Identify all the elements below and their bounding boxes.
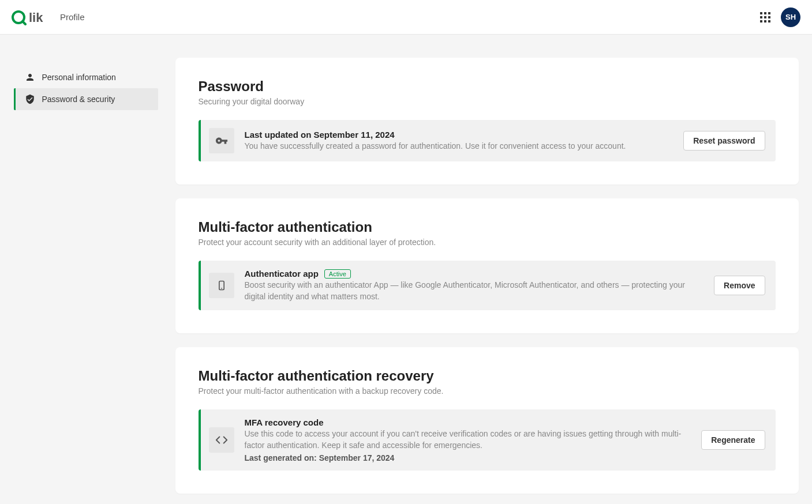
section-title: Password <box>199 78 776 95</box>
main-content: Password Securing your digital doorway L… <box>175 58 799 494</box>
regenerate-button[interactable]: Regenerate <box>701 430 765 450</box>
sidebar-item-personal-info[interactable]: Personal information <box>14 66 158 88</box>
row-text: Authenticator app Active Boost security … <box>245 269 704 302</box>
qlik-logo[interactable]: lik <box>12 9 52 25</box>
row-desc: Use this code to access your account if … <box>245 428 691 451</box>
page-body: Personal information Password & security… <box>2 35 810 504</box>
row-desc: You have successfully created a password… <box>245 141 673 152</box>
row-meta: Last generated on: September 17, 2024 <box>245 453 691 462</box>
page-title: Profile <box>60 12 85 22</box>
key-icon <box>209 128 234 153</box>
shield-icon <box>25 94 35 104</box>
topbar-left: lik Profile <box>12 9 85 25</box>
password-card: Password Securing your digital doorway L… <box>175 58 799 185</box>
section-title: Multi-factor authentication <box>199 219 776 235</box>
app-launcher-icon[interactable] <box>760 12 770 22</box>
code-icon <box>209 427 234 453</box>
section-subtitle: Protect your multi-factor authentication… <box>199 386 776 396</box>
password-info-row: Last updated on September 11, 2024 You h… <box>199 120 776 161</box>
mfa-card: Multi-factor authentication Protect your… <box>175 198 799 333</box>
topbar-right: SH <box>760 7 800 27</box>
status-badge: Active <box>324 269 351 279</box>
row-text: Last updated on September 11, 2024 You h… <box>245 130 673 152</box>
section-title: Multi-factor authentication recovery <box>199 368 776 384</box>
topbar: lik Profile SH <box>0 0 812 35</box>
phone-icon <box>209 273 234 298</box>
sidebar: Personal information Password & security <box>14 58 158 494</box>
row-desc: Boost security with an authenticator App… <box>245 280 704 302</box>
row-title: Authenticator app <box>245 269 319 279</box>
row-title-line: Authenticator app Active <box>245 269 704 279</box>
sidebar-item-password-security[interactable]: Password & security <box>14 88 158 110</box>
person-icon <box>25 72 35 82</box>
reset-password-button[interactable]: Reset password <box>683 131 765 151</box>
row-title: MFA recovery code <box>245 418 691 427</box>
remove-mfa-button[interactable]: Remove <box>714 276 765 295</box>
sidebar-item-label: Password & security <box>42 95 115 104</box>
section-subtitle: Securing your digital doorway <box>199 97 776 106</box>
row-title: Last updated on September 11, 2024 <box>245 130 673 140</box>
recovery-info-row: MFA recovery code Use this code to acces… <box>199 409 776 471</box>
mfa-recovery-card: Multi-factor authentication recovery Pro… <box>175 347 799 494</box>
sidebar-item-label: Personal information <box>42 73 116 82</box>
svg-line-1 <box>23 21 25 24</box>
avatar[interactable]: SH <box>781 7 800 27</box>
mfa-info-row: Authenticator app Active Boost security … <box>199 261 776 310</box>
section-subtitle: Protect your account security with an ad… <box>199 238 776 247</box>
row-text: MFA recovery code Use this code to acces… <box>245 418 691 462</box>
svg-text:lik: lik <box>29 10 43 25</box>
